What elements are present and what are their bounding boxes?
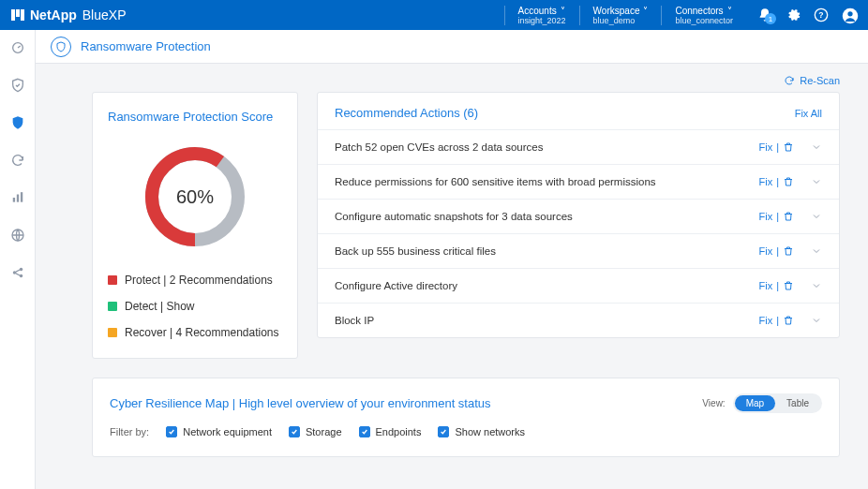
chevron-down-icon[interactable] xyxy=(811,280,822,291)
svg-text:?: ? xyxy=(818,10,823,20)
fix-button[interactable]: Fix xyxy=(758,245,772,257)
score-legend: Protect | 2 Recommendations Detect | Sho… xyxy=(108,274,282,339)
action-row: Configure Active directoryFix | xyxy=(318,268,839,303)
actions-card: Recommended Actions (6) Fix All Patch 52… xyxy=(317,92,840,338)
square-red-icon xyxy=(108,275,117,285)
map-title: Cyber Resilience Map | High level overvi… xyxy=(110,396,491,410)
svg-point-12 xyxy=(12,271,16,274)
svg-rect-8 xyxy=(12,198,14,202)
fix-button[interactable]: Fix xyxy=(758,141,772,153)
nav-dashboard[interactable] xyxy=(9,39,26,56)
svg-rect-2 xyxy=(21,9,24,21)
chevron-down-icon[interactable] xyxy=(811,141,822,153)
help-icon[interactable]: ? xyxy=(814,7,829,22)
main-content: Re-Scan Ransomware Protection Score 60% … xyxy=(36,64,868,457)
action-row: Back up 555 business critical filesFix | xyxy=(318,233,839,268)
header-selectors: Accounts˅ insight_2022 Workspace˅ blue_d… xyxy=(504,6,746,25)
view-toggle: View: Map Table xyxy=(702,393,822,413)
delete-icon[interactable] xyxy=(783,176,794,187)
nav-share[interactable] xyxy=(9,264,26,281)
action-text: Patch 52 open CVEs across 2 data sources xyxy=(335,141,758,153)
settings-icon[interactable] xyxy=(786,7,801,22)
chevron-down-icon[interactable] xyxy=(811,176,822,187)
legend-recover[interactable]: Recover | 4 Recommendations xyxy=(108,326,282,339)
checkbox-checked-icon xyxy=(166,426,177,437)
chevron-down-icon[interactable] xyxy=(811,211,822,222)
page-title: Ransomware Protection xyxy=(81,39,211,53)
score-percent-label: 60% xyxy=(176,186,214,207)
connectors-selector[interactable]: Connectors˅ blue_connector xyxy=(661,6,746,25)
action-text: Reduce permissions for 600 sensitive ite… xyxy=(335,176,758,187)
chevron-down-icon: ˅ xyxy=(561,6,565,16)
actions-title: Recommended Actions (6) xyxy=(335,106,478,120)
rescan-button[interactable]: Re-Scan xyxy=(784,75,840,86)
chevron-down-icon: ˅ xyxy=(643,6,648,16)
fix-button[interactable]: Fix xyxy=(758,280,772,291)
legend-protect[interactable]: Protect | 2 Recommendations xyxy=(108,274,282,287)
view-label: View: xyxy=(702,398,725,408)
delete-icon[interactable] xyxy=(783,211,794,222)
notification-badge: 1 xyxy=(765,13,776,24)
svg-rect-1 xyxy=(16,9,20,17)
svg-point-13 xyxy=(19,268,22,272)
nav-globe[interactable] xyxy=(9,227,26,244)
filter-checkbox[interactable]: Show networks xyxy=(438,426,525,437)
legend-detect[interactable]: Detect | Show xyxy=(108,300,282,313)
action-row: Patch 52 open CVEs across 2 data sources… xyxy=(318,129,839,164)
filter-checkbox[interactable]: Endpoints xyxy=(359,426,422,437)
fix-button[interactable]: Fix xyxy=(758,211,772,222)
nav-sync[interactable] xyxy=(9,152,26,169)
chevron-down-icon[interactable] xyxy=(811,245,822,257)
action-row: Reduce permissions for 600 sensitive ite… xyxy=(318,164,839,199)
square-green-icon xyxy=(108,302,117,311)
score-card: Ransomware Protection Score 60% Protect … xyxy=(92,92,298,359)
action-row: Block IPFix | xyxy=(318,303,839,337)
delete-icon[interactable] xyxy=(783,280,794,291)
svg-rect-10 xyxy=(20,192,22,202)
notifications-icon[interactable]: 1 xyxy=(757,7,772,22)
map-card: Cyber Resilience Map | High level overvi… xyxy=(92,378,840,457)
nav-shield-active[interactable] xyxy=(9,114,26,131)
map-filters: Filter by: Network equipmentStorageEndpo… xyxy=(110,426,822,437)
user-icon[interactable] xyxy=(842,7,857,22)
action-text: Back up 555 business critical files xyxy=(335,245,758,257)
square-orange-icon xyxy=(108,328,117,337)
score-title: Ransomware Protection Score xyxy=(108,110,282,124)
brand-product: BlueXP xyxy=(82,7,127,22)
fix-all-button[interactable]: Fix All xyxy=(795,108,822,119)
accounts-selector[interactable]: Accounts˅ insight_2022 xyxy=(504,6,579,25)
view-table-button[interactable]: Table xyxy=(775,395,820,411)
fix-button[interactable]: Fix xyxy=(758,315,772,326)
svg-point-14 xyxy=(19,274,22,278)
workspace-selector[interactable]: Workspace˅ blue_demo xyxy=(579,6,662,25)
shield-icon xyxy=(51,37,71,57)
brand: NetApp BlueXP xyxy=(11,7,126,22)
nav-analytics[interactable] xyxy=(9,189,26,206)
checkbox-checked-icon xyxy=(289,426,300,437)
score-donut: 60% xyxy=(108,141,282,253)
checkbox-checked-icon xyxy=(359,426,370,437)
nav-shield-check[interactable] xyxy=(9,77,26,94)
action-row: Configure automatic snapshots for 3 data… xyxy=(318,199,839,233)
filter-checkbox[interactable]: Storage xyxy=(289,426,342,437)
chevron-down-icon[interactable] xyxy=(811,315,822,326)
delete-icon[interactable] xyxy=(783,315,794,326)
delete-icon[interactable] xyxy=(783,245,794,257)
action-text: Configure automatic snapshots for 3 data… xyxy=(335,211,758,222)
filter-label: Filter by: xyxy=(110,426,149,437)
svg-rect-0 xyxy=(11,9,15,21)
netapp-logo-icon xyxy=(11,9,24,21)
chevron-down-icon: ˅ xyxy=(727,6,732,16)
delete-icon[interactable] xyxy=(783,141,794,153)
fix-button[interactable]: Fix xyxy=(758,176,772,187)
svg-point-6 xyxy=(847,11,852,16)
view-map-button[interactable]: Map xyxy=(735,395,775,411)
refresh-icon xyxy=(784,75,795,86)
filter-checkbox[interactable]: Network equipment xyxy=(166,426,272,437)
top-bar: NetApp BlueXP Accounts˅ insight_2022 Wor… xyxy=(0,0,868,30)
action-text: Block IP xyxy=(335,315,758,326)
action-text: Configure Active directory xyxy=(335,280,758,291)
page-subheader: Ransomware Protection xyxy=(0,30,868,64)
svg-rect-9 xyxy=(16,195,18,202)
checkbox-checked-icon xyxy=(438,426,449,437)
